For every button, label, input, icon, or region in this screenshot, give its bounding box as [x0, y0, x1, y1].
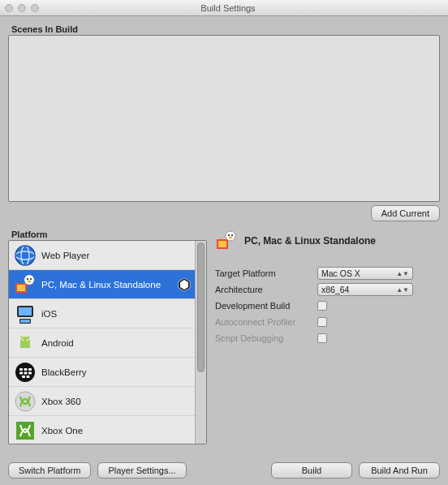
- switch-platform-button[interactable]: Switch Platform: [8, 462, 91, 479]
- svg-rect-32: [218, 241, 226, 247]
- window-title: Build Settings: [45, 3, 443, 13]
- xbox360-icon: [14, 390, 37, 413]
- platform-item-label: iOS: [41, 309, 57, 319]
- chevron-updown-icon: ▲▼: [396, 286, 409, 294]
- platform-item-label: Web Player: [41, 251, 89, 260]
- window-titlebar: Build Settings: [0, 0, 448, 16]
- platform-item-label: BlackBerry: [41, 367, 87, 377]
- autoconnect-profiler-checkbox: [317, 317, 327, 327]
- svg-rect-23: [28, 368, 32, 371]
- platform-item-xboxone[interactable]: Xbox One: [9, 416, 206, 444]
- svg-line-19: [28, 336, 29, 338]
- target-platform-select[interactable]: Mac OS X ▲▼: [317, 267, 413, 280]
- build-button[interactable]: Build: [271, 462, 352, 479]
- svg-rect-30: [16, 422, 34, 440]
- svg-line-18: [21, 336, 23, 338]
- svg-point-35: [231, 234, 233, 236]
- svg-point-34: [228, 234, 230, 236]
- development-build-checkbox[interactable]: [317, 301, 327, 311]
- svg-point-16: [22, 339, 24, 341]
- blackberry-icon: [14, 361, 37, 384]
- platform-item-xbox360[interactable]: Xbox 360: [9, 387, 206, 416]
- platform-item-label: PC, Mac & Linux Standalone: [41, 280, 161, 290]
- svg-point-6: [24, 275, 34, 285]
- platform-item-blackberry[interactable]: BlackBerry: [9, 358, 206, 387]
- player-settings-button[interactable]: Player Settings...: [97, 462, 186, 479]
- svg-point-7: [27, 278, 28, 280]
- script-debugging-checkbox: [317, 333, 327, 343]
- minimize-icon[interactable]: [18, 4, 26, 12]
- platform-label: Platform: [8, 228, 207, 240]
- add-current-button[interactable]: Add Current: [371, 205, 440, 221]
- platform-detail-panel: PC, Mac & Linux Standalone Target Platfo…: [215, 228, 440, 444]
- svg-point-33: [226, 231, 235, 241]
- architecture-select[interactable]: x86_64 ▲▼: [317, 283, 413, 296]
- platform-list[interactable]: Web Player PC, Mac & Linux Standalone: [8, 240, 207, 444]
- android-icon: [14, 332, 37, 354]
- svg-rect-5: [17, 285, 25, 291]
- standalone-icon: [14, 273, 37, 296]
- svg-point-17: [27, 339, 28, 341]
- svg-rect-26: [28, 371, 32, 374]
- detail-title: PC, Mac & Linux Standalone: [244, 235, 376, 247]
- target-platform-label: Target Platform: [215, 268, 317, 278]
- svg-rect-25: [24, 371, 28, 374]
- platform-item-android[interactable]: Android: [9, 328, 206, 358]
- scenes-in-build-label: Scenes In Build: [8, 23, 440, 35]
- standalone-icon: [215, 230, 238, 252]
- close-icon[interactable]: [5, 4, 13, 12]
- development-build-label: Development Build: [215, 301, 317, 311]
- svg-rect-15: [20, 320, 30, 323]
- zoom-icon[interactable]: [31, 4, 39, 12]
- chevron-updown-icon: ▲▼: [396, 270, 409, 277]
- autoconnect-profiler-label: Autoconnect Profiler: [215, 317, 317, 327]
- select-value: Mac OS X: [321, 268, 360, 278]
- platform-item-label: Xbox One: [41, 426, 83, 436]
- svg-point-29: [15, 392, 35, 411]
- architecture-label: Architecture: [215, 285, 317, 294]
- globe-icon: [14, 244, 37, 267]
- svg-point-8: [30, 278, 32, 280]
- svg-point-36: [229, 236, 232, 239]
- svg-rect-13: [19, 307, 32, 315]
- build-and-run-button[interactable]: Build And Run: [359, 462, 440, 479]
- unity-icon: [177, 277, 192, 292]
- platform-item-standalone[interactable]: PC, Mac & Linux Standalone: [9, 270, 206, 299]
- xboxone-icon: [14, 419, 37, 442]
- ios-icon: [14, 303, 37, 325]
- svg-rect-28: [27, 376, 30, 378]
- svg-rect-27: [22, 376, 25, 378]
- svg-rect-21: [19, 368, 23, 371]
- platform-scrollbar[interactable]: [195, 241, 206, 444]
- platform-item-label: Xbox 360: [41, 397, 81, 406]
- platform-item-ios[interactable]: iOS: [9, 299, 206, 328]
- script-debugging-label: Script Debugging: [215, 333, 317, 343]
- scrollbar-thumb[interactable]: [197, 242, 205, 372]
- svg-rect-24: [19, 371, 23, 374]
- svg-point-9: [28, 280, 31, 283]
- scenes-in-build-list[interactable]: [8, 35, 440, 202]
- platform-item-label: Android: [41, 338, 74, 348]
- svg-rect-22: [24, 368, 28, 371]
- platform-item-web-player[interactable]: Web Player: [9, 241, 206, 270]
- select-value: x86_64: [321, 285, 349, 294]
